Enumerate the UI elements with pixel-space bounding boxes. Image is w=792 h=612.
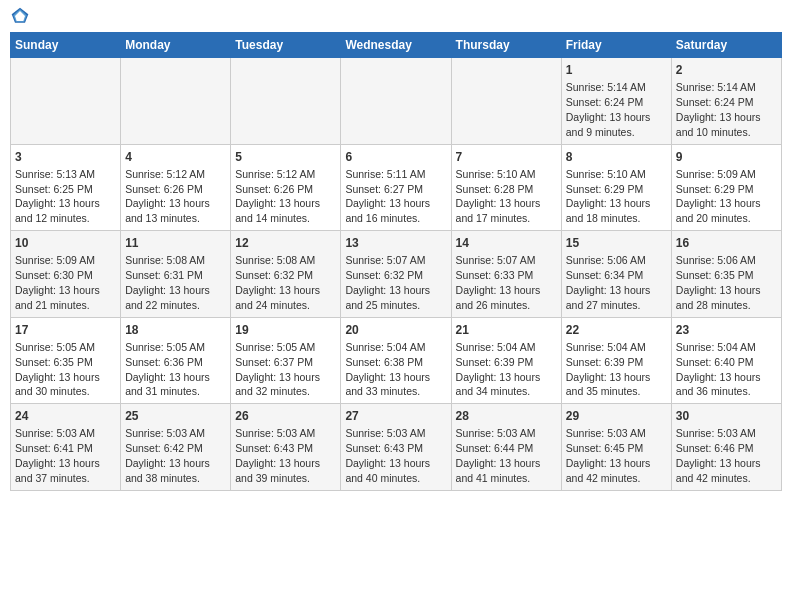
day-cell: 16Sunrise: 5:06 AM Sunset: 6:35 PM Dayli… xyxy=(671,231,781,318)
day-number: 13 xyxy=(345,235,446,251)
day-info: Sunrise: 5:04 AM Sunset: 6:40 PM Dayligh… xyxy=(676,341,761,398)
day-info: Sunrise: 5:03 AM Sunset: 6:43 PM Dayligh… xyxy=(345,427,430,484)
day-cell: 1Sunrise: 5:14 AM Sunset: 6:24 PM Daylig… xyxy=(561,58,671,145)
day-number: 18 xyxy=(125,322,226,338)
day-number: 2 xyxy=(676,62,777,78)
day-cell: 24Sunrise: 5:03 AM Sunset: 6:41 PM Dayli… xyxy=(11,404,121,491)
day-info: Sunrise: 5:13 AM Sunset: 6:25 PM Dayligh… xyxy=(15,168,100,225)
day-number: 17 xyxy=(15,322,116,338)
day-cell: 30Sunrise: 5:03 AM Sunset: 6:46 PM Dayli… xyxy=(671,404,781,491)
day-number: 6 xyxy=(345,149,446,165)
day-number: 8 xyxy=(566,149,667,165)
day-number: 21 xyxy=(456,322,557,338)
day-info: Sunrise: 5:06 AM Sunset: 6:35 PM Dayligh… xyxy=(676,254,761,311)
day-cell: 6Sunrise: 5:11 AM Sunset: 6:27 PM Daylig… xyxy=(341,144,451,231)
day-info: Sunrise: 5:09 AM Sunset: 6:29 PM Dayligh… xyxy=(676,168,761,225)
day-info: Sunrise: 5:12 AM Sunset: 6:26 PM Dayligh… xyxy=(235,168,320,225)
day-cell: 12Sunrise: 5:08 AM Sunset: 6:32 PM Dayli… xyxy=(231,231,341,318)
day-number: 27 xyxy=(345,408,446,424)
day-info: Sunrise: 5:09 AM Sunset: 6:30 PM Dayligh… xyxy=(15,254,100,311)
week-row-4: 17Sunrise: 5:05 AM Sunset: 6:35 PM Dayli… xyxy=(11,317,782,404)
day-number: 11 xyxy=(125,235,226,251)
day-info: Sunrise: 5:07 AM Sunset: 6:32 PM Dayligh… xyxy=(345,254,430,311)
day-cell: 10Sunrise: 5:09 AM Sunset: 6:30 PM Dayli… xyxy=(11,231,121,318)
day-info: Sunrise: 5:03 AM Sunset: 6:44 PM Dayligh… xyxy=(456,427,541,484)
week-row-1: 1Sunrise: 5:14 AM Sunset: 6:24 PM Daylig… xyxy=(11,58,782,145)
day-cell: 7Sunrise: 5:10 AM Sunset: 6:28 PM Daylig… xyxy=(451,144,561,231)
calendar-table: SundayMondayTuesdayWednesdayThursdayFrid… xyxy=(10,32,782,491)
day-cell: 28Sunrise: 5:03 AM Sunset: 6:44 PM Dayli… xyxy=(451,404,561,491)
day-info: Sunrise: 5:06 AM Sunset: 6:34 PM Dayligh… xyxy=(566,254,651,311)
day-info: Sunrise: 5:10 AM Sunset: 6:29 PM Dayligh… xyxy=(566,168,651,225)
day-cell: 17Sunrise: 5:05 AM Sunset: 6:35 PM Dayli… xyxy=(11,317,121,404)
day-info: Sunrise: 5:08 AM Sunset: 6:31 PM Dayligh… xyxy=(125,254,210,311)
day-info: Sunrise: 5:05 AM Sunset: 6:35 PM Dayligh… xyxy=(15,341,100,398)
weekday-header-thursday: Thursday xyxy=(451,33,561,58)
day-info: Sunrise: 5:03 AM Sunset: 6:43 PM Dayligh… xyxy=(235,427,320,484)
day-cell xyxy=(231,58,341,145)
day-info: Sunrise: 5:10 AM Sunset: 6:28 PM Dayligh… xyxy=(456,168,541,225)
day-number: 26 xyxy=(235,408,336,424)
day-cell: 19Sunrise: 5:05 AM Sunset: 6:37 PM Dayli… xyxy=(231,317,341,404)
day-number: 25 xyxy=(125,408,226,424)
weekday-header-sunday: Sunday xyxy=(11,33,121,58)
day-info: Sunrise: 5:11 AM Sunset: 6:27 PM Dayligh… xyxy=(345,168,430,225)
day-info: Sunrise: 5:04 AM Sunset: 6:39 PM Dayligh… xyxy=(566,341,651,398)
day-cell xyxy=(451,58,561,145)
day-number: 22 xyxy=(566,322,667,338)
day-cell: 26Sunrise: 5:03 AM Sunset: 6:43 PM Dayli… xyxy=(231,404,341,491)
day-number: 24 xyxy=(15,408,116,424)
day-cell xyxy=(121,58,231,145)
day-number: 12 xyxy=(235,235,336,251)
day-info: Sunrise: 5:03 AM Sunset: 6:45 PM Dayligh… xyxy=(566,427,651,484)
page-header xyxy=(10,10,782,26)
day-cell: 13Sunrise: 5:07 AM Sunset: 6:32 PM Dayli… xyxy=(341,231,451,318)
day-info: Sunrise: 5:12 AM Sunset: 6:26 PM Dayligh… xyxy=(125,168,210,225)
day-number: 30 xyxy=(676,408,777,424)
day-cell: 15Sunrise: 5:06 AM Sunset: 6:34 PM Dayli… xyxy=(561,231,671,318)
weekday-header-wednesday: Wednesday xyxy=(341,33,451,58)
day-info: Sunrise: 5:05 AM Sunset: 6:36 PM Dayligh… xyxy=(125,341,210,398)
logo xyxy=(10,10,32,26)
day-cell: 3Sunrise: 5:13 AM Sunset: 6:25 PM Daylig… xyxy=(11,144,121,231)
weekday-header-tuesday: Tuesday xyxy=(231,33,341,58)
day-info: Sunrise: 5:03 AM Sunset: 6:46 PM Dayligh… xyxy=(676,427,761,484)
logo-icon xyxy=(10,6,30,26)
day-number: 16 xyxy=(676,235,777,251)
day-number: 3 xyxy=(15,149,116,165)
day-cell: 27Sunrise: 5:03 AM Sunset: 6:43 PM Dayli… xyxy=(341,404,451,491)
day-number: 1 xyxy=(566,62,667,78)
weekday-header-friday: Friday xyxy=(561,33,671,58)
day-cell: 11Sunrise: 5:08 AM Sunset: 6:31 PM Dayli… xyxy=(121,231,231,318)
day-info: Sunrise: 5:14 AM Sunset: 6:24 PM Dayligh… xyxy=(676,81,761,138)
week-row-3: 10Sunrise: 5:09 AM Sunset: 6:30 PM Dayli… xyxy=(11,231,782,318)
day-info: Sunrise: 5:04 AM Sunset: 6:38 PM Dayligh… xyxy=(345,341,430,398)
day-info: Sunrise: 5:07 AM Sunset: 6:33 PM Dayligh… xyxy=(456,254,541,311)
day-cell: 20Sunrise: 5:04 AM Sunset: 6:38 PM Dayli… xyxy=(341,317,451,404)
day-cell xyxy=(11,58,121,145)
day-cell: 23Sunrise: 5:04 AM Sunset: 6:40 PM Dayli… xyxy=(671,317,781,404)
day-number: 29 xyxy=(566,408,667,424)
day-number: 9 xyxy=(676,149,777,165)
day-cell: 25Sunrise: 5:03 AM Sunset: 6:42 PM Dayli… xyxy=(121,404,231,491)
day-cell: 18Sunrise: 5:05 AM Sunset: 6:36 PM Dayli… xyxy=(121,317,231,404)
day-cell: 22Sunrise: 5:04 AM Sunset: 6:39 PM Dayli… xyxy=(561,317,671,404)
day-cell: 14Sunrise: 5:07 AM Sunset: 6:33 PM Dayli… xyxy=(451,231,561,318)
day-info: Sunrise: 5:03 AM Sunset: 6:42 PM Dayligh… xyxy=(125,427,210,484)
day-cell: 4Sunrise: 5:12 AM Sunset: 6:26 PM Daylig… xyxy=(121,144,231,231)
day-number: 19 xyxy=(235,322,336,338)
day-number: 10 xyxy=(15,235,116,251)
day-number: 20 xyxy=(345,322,446,338)
day-cell: 2Sunrise: 5:14 AM Sunset: 6:24 PM Daylig… xyxy=(671,58,781,145)
day-cell: 5Sunrise: 5:12 AM Sunset: 6:26 PM Daylig… xyxy=(231,144,341,231)
day-cell: 9Sunrise: 5:09 AM Sunset: 6:29 PM Daylig… xyxy=(671,144,781,231)
week-row-2: 3Sunrise: 5:13 AM Sunset: 6:25 PM Daylig… xyxy=(11,144,782,231)
day-number: 14 xyxy=(456,235,557,251)
weekday-header-monday: Monday xyxy=(121,33,231,58)
day-info: Sunrise: 5:08 AM Sunset: 6:32 PM Dayligh… xyxy=(235,254,320,311)
day-number: 28 xyxy=(456,408,557,424)
week-row-5: 24Sunrise: 5:03 AM Sunset: 6:41 PM Dayli… xyxy=(11,404,782,491)
day-info: Sunrise: 5:05 AM Sunset: 6:37 PM Dayligh… xyxy=(235,341,320,398)
day-cell: 21Sunrise: 5:04 AM Sunset: 6:39 PM Dayli… xyxy=(451,317,561,404)
day-number: 7 xyxy=(456,149,557,165)
